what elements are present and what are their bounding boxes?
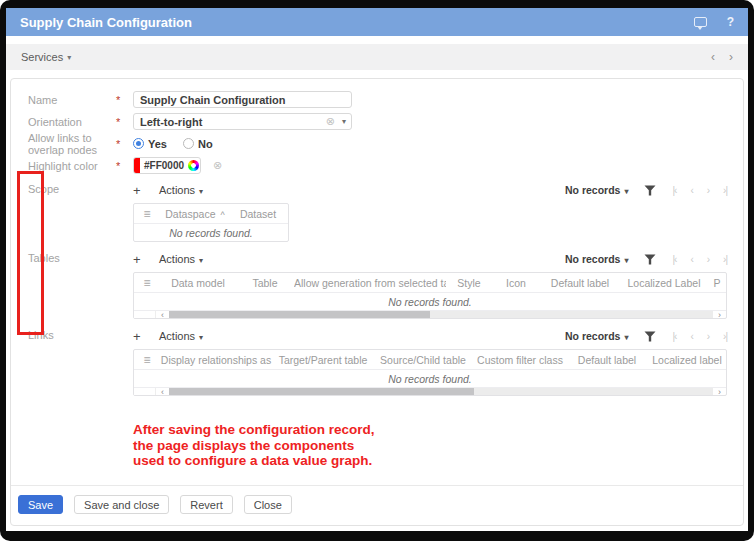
window-frame: Supply Chain Configuration ? Services ▾ … (0, 0, 754, 541)
column-allow-generation[interactable]: Allow generation from selected table (294, 277, 446, 289)
column-source-child[interactable]: Source/Child table (374, 354, 472, 366)
overlap-label: Allow links to overlap nodes (28, 132, 116, 156)
horizontal-scrollbar: ‹ › (134, 310, 726, 318)
last-page-icon[interactable]: ›| (723, 331, 727, 342)
caret-down-icon: ▾ (624, 187, 628, 196)
scroll-left-icon[interactable]: ‹ (156, 311, 169, 318)
records-dropdown[interactable]: No records▾ (565, 330, 628, 342)
save-button[interactable]: Save (18, 495, 63, 514)
radio-no-label: No (198, 138, 213, 150)
scrollbar-thumb[interactable] (169, 388, 474, 395)
caret-down-icon: ▾ (199, 187, 203, 196)
column-custom-filter[interactable]: Custom filter class (472, 354, 568, 366)
column-data-model[interactable]: Data model (160, 277, 236, 289)
row-menu-column[interactable]: ≡ (134, 277, 160, 289)
scope-body: + Actions▾ No records▾ |‹ ‹ › ›| (133, 181, 727, 242)
links-label: Links (28, 327, 133, 396)
last-page-icon[interactable]: ›| (723, 254, 727, 265)
page: Supply Chain Configuration ? Services ▾ … (6, 8, 748, 531)
column-default-label[interactable]: Default label (540, 277, 620, 289)
links-table-header: ≡ Display relationships as Target/Parent… (134, 350, 726, 370)
comment-icon[interactable] (694, 17, 707, 27)
row-menu-column[interactable]: ≡ (134, 208, 160, 220)
filter-icon[interactable] (644, 254, 656, 265)
revert-button[interactable]: Revert (180, 495, 232, 514)
column-dataspace[interactable]: Dataspace^ (160, 208, 230, 220)
add-row-icon[interactable]: + (133, 329, 147, 344)
column-table[interactable]: Table (236, 277, 294, 289)
actions-menu[interactable]: Actions▾ (159, 330, 203, 342)
color-wheel-icon[interactable] (188, 160, 199, 171)
scroll-left-icon[interactable]: ‹ (156, 388, 169, 395)
column-localized-label[interactable]: Localized Label (620, 277, 708, 289)
prev-page-icon[interactable]: ‹ (690, 185, 692, 196)
records-dropdown[interactable]: No records▾ (565, 253, 628, 265)
color-input[interactable]: #FF0000 (133, 157, 201, 174)
scrollbar-track[interactable] (169, 311, 713, 318)
tables-label: Tables (28, 250, 133, 319)
form-card: Name * Orientation * Left-to-right ⊗ ▾ A… (10, 78, 744, 526)
column-display-relationships[interactable]: Display relationships as (160, 354, 272, 366)
clear-value-icon[interactable]: ⊗ (326, 116, 335, 127)
orientation-label: Orientation (28, 116, 116, 128)
field-row-overlap: Allow links to overlap nodes * Yes No (28, 135, 727, 152)
filter-icon[interactable] (644, 331, 656, 342)
caret-down-icon[interactable]: ▾ (67, 53, 71, 62)
actions-menu[interactable]: Actions▾ (159, 184, 203, 196)
radio-selected-icon[interactable] (133, 138, 144, 149)
column-style[interactable]: Style (446, 277, 492, 289)
first-page-icon[interactable]: |‹ (672, 331, 676, 342)
pagination: |‹ ‹ › ›| (672, 331, 727, 342)
no-records-text: No records found. (169, 227, 252, 239)
tables-table-header: ≡ Data model Table Allow generation from… (134, 273, 726, 293)
actions-menu[interactable]: Actions▾ (159, 253, 203, 265)
first-page-icon[interactable]: |‹ (672, 254, 676, 265)
close-button[interactable]: Close (244, 495, 292, 514)
first-page-icon[interactable]: |‹ (672, 185, 676, 196)
links-empty-row: No records found. (134, 370, 726, 387)
name-input[interactable] (133, 91, 352, 108)
prev-page-icon[interactable]: ‹ (690, 331, 692, 342)
titlebar-icons: ? (694, 16, 734, 28)
add-row-icon[interactable]: + (133, 183, 147, 198)
breadcrumb[interactable]: Services (21, 51, 63, 63)
radio-unselected-icon[interactable] (183, 138, 194, 149)
scrollbar-thumb[interactable] (169, 311, 430, 318)
radio-option-no[interactable]: No (183, 138, 213, 150)
row-menu-column[interactable]: ≡ (134, 354, 160, 366)
radio-option-yes[interactable]: Yes (133, 138, 167, 150)
required-asterisk: * (116, 94, 133, 106)
required-asterisk: * (116, 138, 133, 150)
hamburger-icon: ≡ (143, 277, 150, 289)
orientation-select[interactable]: Left-to-right ⊗ ▾ (133, 113, 352, 130)
clear-value-icon[interactable]: ⊗ (213, 160, 222, 171)
scrollbar-track[interactable] (169, 388, 713, 395)
next-page-icon[interactable]: › (707, 331, 709, 342)
next-page-icon[interactable]: › (707, 185, 709, 196)
save-and-close-button[interactable]: Save and close (74, 495, 169, 514)
next-page-icon[interactable]: › (707, 254, 709, 265)
column-icon[interactable]: Icon (492, 277, 540, 289)
required-asterisk: * (116, 160, 133, 172)
next-record-icon[interactable]: › (729, 51, 733, 63)
no-records-text: No records found. (388, 296, 471, 308)
scroll-right-icon[interactable]: › (713, 311, 726, 318)
column-target-parent[interactable]: Target/Parent table (272, 354, 374, 366)
prev-page-icon[interactable]: ‹ (690, 254, 692, 265)
highlight-color-label: Highlight color (28, 160, 116, 172)
add-row-icon[interactable]: + (133, 252, 147, 267)
radio-yes-label: Yes (148, 138, 167, 150)
column-default-label[interactable]: Default label (568, 354, 646, 366)
scroll-right-icon[interactable]: › (713, 388, 726, 395)
field-row-orientation: Orientation * Left-to-right ⊗ ▾ (28, 113, 727, 130)
last-page-icon[interactable]: ›| (723, 185, 727, 196)
field-row-highlight-color: Highlight color * #FF0000 ⊗ (28, 157, 727, 174)
records-dropdown[interactable]: No records▾ (565, 184, 628, 196)
prev-record-icon[interactable]: ‹ (711, 51, 715, 63)
column-dataset[interactable]: Dataset (230, 208, 286, 220)
filter-icon[interactable] (644, 185, 656, 196)
column-truncated[interactable]: P (708, 277, 726, 289)
column-localized-label[interactable]: Localized label (646, 354, 728, 366)
help-icon[interactable]: ? (727, 16, 734, 28)
caret-down-icon[interactable]: ▾ (342, 117, 346, 126)
